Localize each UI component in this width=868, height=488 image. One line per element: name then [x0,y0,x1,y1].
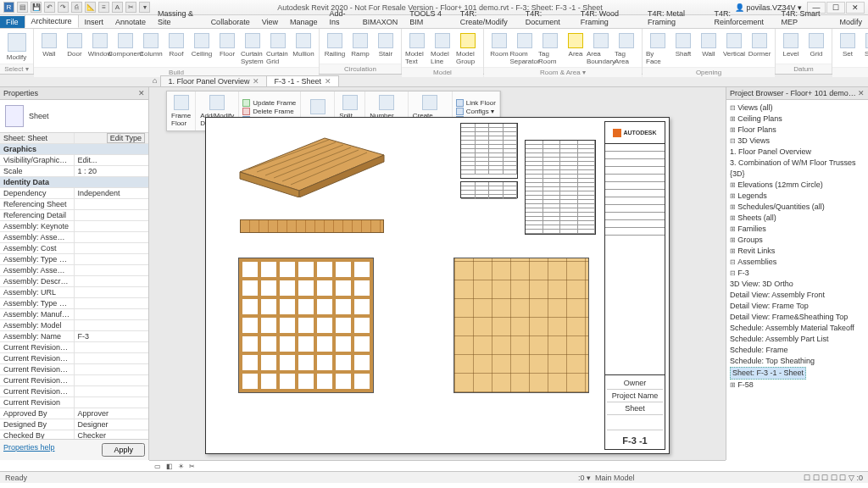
view-tab-close-icon[interactable]: ✕ [253,77,259,86]
ribbon-tab-architecture[interactable]: Architecture [25,14,79,28]
tree-node[interactable]: Revit Links [728,246,866,257]
prop-value[interactable] [75,210,149,220]
prop-value[interactable] [75,309,149,319]
ribbon-tab-modify[interactable]: Modify [833,16,868,28]
model-line-button[interactable]: Model Line [431,30,454,65]
curtain-system-button[interactable]: Curtain System [241,30,264,65]
qat-redo-icon[interactable]: ↷ [58,2,69,13]
prop-value[interactable] [75,287,149,297]
qat-save-icon[interactable]: 💾 [31,2,42,13]
ribbon-tab-t4r-reinforcement[interactable]: T4R: Reinforcement [708,8,775,28]
prop-row[interactable]: Assembly: Type Comments [0,298,148,309]
level-button[interactable]: Level [779,30,803,62]
prop-row[interactable]: Current Revision Issued To [0,364,148,375]
prop-row[interactable]: Checked ByChecker [0,430,148,439]
floor-button[interactable]: Floor [215,30,239,65]
prop-value[interactable] [75,342,149,352]
prop-value[interactable]: Checker [75,430,149,439]
tree-node[interactable]: Schedule: Top Sheathing [728,356,866,367]
prop-value[interactable] [75,320,149,330]
vc-visual-icon[interactable]: ☀ [178,463,184,470]
prop-value[interactable] [75,375,149,385]
room-button[interactable]: Room [487,30,511,65]
prop-row[interactable]: Assembly: Manufacturer [0,309,148,320]
ribbon-tab-t4r-smart-mep[interactable]: T4R: Smart MEP [775,8,833,28]
qat-open-icon[interactable]: ▤ [17,2,28,13]
ceiling-button[interactable]: Ceiling [190,30,214,65]
curtain-grid-button[interactable]: Curtain Grid [266,30,290,65]
prop-value[interactable] [75,386,149,396]
view-tab[interactable]: F-3 -1 - Sheet✕ [266,75,339,86]
prop-row[interactable]: Assembly: Keynote [0,221,148,232]
prop-value[interactable] [75,353,149,363]
ribbon-tab-massing-site[interactable]: Massing & Site [152,8,205,28]
prop-value[interactable]: Independent [75,188,149,198]
ribbon-tab-view[interactable]: View [256,16,284,28]
drawing-area[interactable]: FrameFloorAdd/ModifyDetailsUpdate FrameD… [149,87,726,460]
tree-node[interactable]: Schedule: Assembly Material Takeoff [728,323,866,334]
prop-value[interactable]: 1 : 20 [75,166,149,176]
prop-section-graphics[interactable]: Graphics [0,144,148,155]
ribbon-tab-t4r-document[interactable]: T4R: Document [520,8,575,28]
prop-row[interactable]: DependencyIndependent [0,188,148,199]
prop-value[interactable]: Approver [75,408,149,419]
prop-row[interactable]: Assembly: Type Mark [0,254,148,265]
prop-value[interactable] [75,265,149,275]
viewport-frame-top[interactable] [238,258,374,393]
properties-help-link[interactable]: Properties help [3,443,55,457]
vc-scale-icon[interactable]: ▭ [154,463,161,470]
stair-button[interactable]: Stair [374,30,398,62]
browser-close-icon[interactable]: ✕ [858,89,865,97]
by-face-button[interactable]: By Face [646,30,670,65]
prop-row[interactable]: Current Revision Date [0,375,148,386]
area-button[interactable]: Area [564,30,587,65]
tree-node[interactable]: 3. Combination of W/M Floor Trusses [728,158,866,169]
sheet-view[interactable]: AUTODESK Owner Project Name Sheet F-3 -1 [205,117,670,454]
prop-value[interactable] [75,364,149,374]
tree-node[interactable]: {3D} [728,169,866,180]
prop-value[interactable] [75,397,149,408]
schedule-3[interactable] [525,140,596,235]
tree-node[interactable]: Detail View: Frame&Sheathing Top [728,312,866,323]
door-button[interactable]: Door [63,30,86,65]
area-boundary-button[interactable]: Area Boundary [589,30,613,65]
view-control-bar[interactable]: ▭ ◧ ☀ ✂ [149,460,726,471]
tree-node[interactable]: Schedule: Frame [728,345,866,356]
prop-value[interactable] [75,276,149,286]
prop-row[interactable]: Referencing Detail [0,210,148,221]
wall-button[interactable]: Wall [697,30,721,65]
viewport-sheathing-top[interactable] [453,258,589,393]
prop-value[interactable] [75,298,149,308]
tree-node[interactable]: Schedule: Assembly Part List [728,334,866,345]
model-group-button[interactable]: Model Group [456,30,480,65]
modify-button[interactable]: Modify [3,30,30,62]
ribbon-tab-bimaxon[interactable]: BIMAXON [357,16,404,28]
schedule-1[interactable] [460,123,518,179]
wall-button[interactable]: Wall [37,30,61,65]
tree-node[interactable]: 3D View: 3D Ortho [728,279,866,290]
ribbon-tab-collaborate[interactable]: Collaborate [205,16,256,28]
tree-node[interactable]: Groups [728,235,866,246]
set-button[interactable]: Set [836,30,860,65]
edit-type-button[interactable]: Edit Type [107,133,145,143]
vc-crop-icon[interactable]: ✂ [189,463,195,470]
ribbon-tab-add-ins[interactable]: Add-Ins [324,8,357,28]
tree-node[interactable]: Elevations (12mm Circle) [728,180,866,191]
tree-node[interactable]: Families [728,224,866,235]
tree-node[interactable]: 3D Views [728,136,866,147]
prop-row[interactable]: Assembly: URL [0,287,148,298]
prop-row[interactable]: Assembly: Cost [0,243,148,254]
prop-row[interactable]: Visibility/Graphics OverridesEdit... [0,155,148,166]
qat-thin-icon[interactable]: A [112,2,123,13]
workset-selector[interactable]: :0 ▾ Main Model [578,474,635,482]
frame-floor-button[interactable]: FrameFloor [167,92,196,130]
ribbon-tab-tools-4-bim[interactable]: TOOLS 4 BIM [403,8,454,28]
tree-node[interactable]: F-3 [728,268,866,279]
grid-button[interactable]: Grid [804,30,828,62]
mullion-button[interactable]: Mullion [292,30,315,65]
prop-value[interactable] [75,243,149,253]
ribbon-tab-file[interactable]: File [0,16,25,28]
category-selector[interactable]: Sheet: Sheet [0,133,75,143]
tree-node[interactable]: Schedules/Quantities (all) [728,202,866,213]
viewport-3d-ortho[interactable] [223,121,392,197]
